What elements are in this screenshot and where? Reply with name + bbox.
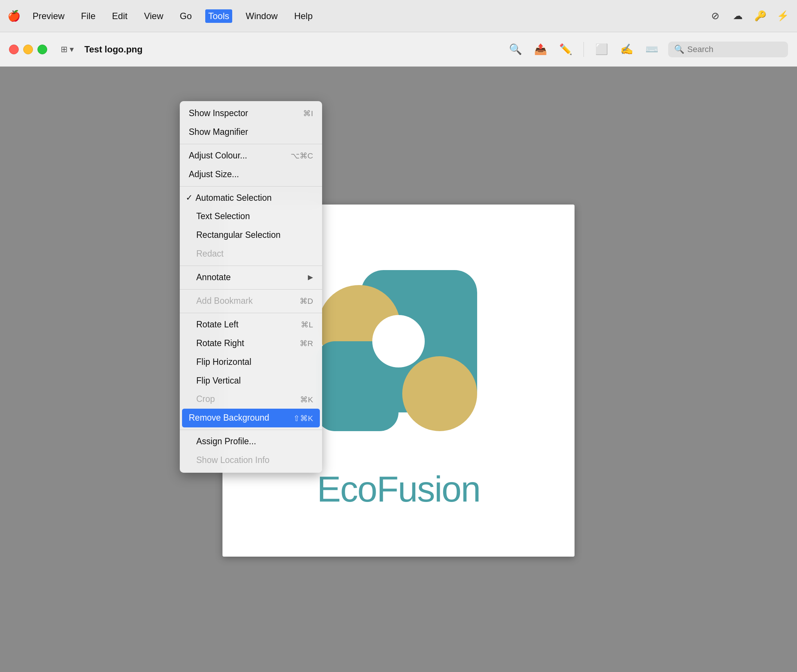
menu-item-adjust-size[interactable]: Adjust Size...: [180, 165, 322, 184]
logo-svg: [294, 251, 503, 461]
zoom-out-button[interactable]: 🔍: [507, 41, 524, 58]
shortcut-rotate-right: ⌘R: [300, 338, 313, 348]
no-disturb-icon: ⊘: [709, 10, 722, 22]
share-button[interactable]: 📤: [532, 41, 549, 58]
menu-item-flip-vertical[interactable]: Flip Vertical: [180, 371, 322, 390]
menu-view[interactable]: View: [141, 10, 166, 23]
minimize-button[interactable]: [23, 45, 33, 54]
menu-item-adjust-colour[interactable]: Adjust Colour... ⌥⌘C: [180, 146, 322, 165]
shortcut-crop: ⌘K: [300, 394, 313, 405]
close-button[interactable]: [9, 45, 19, 54]
menu-separator-4: [180, 289, 322, 290]
menu-go[interactable]: Go: [177, 10, 195, 23]
time-machine-icon: ☁: [731, 10, 744, 22]
menu-help[interactable]: Help: [291, 10, 315, 23]
brand-name: EcoFusion: [317, 469, 480, 510]
menu-separator-5: [180, 313, 322, 313]
sidebar-toggle-icon[interactable]: ⊞ ▾: [61, 45, 74, 54]
svg-point-3: [402, 356, 477, 431]
menu-item-text-selection[interactable]: Text Selection: [180, 207, 322, 226]
signature-button[interactable]: ⌨️: [643, 41, 661, 58]
menu-tools[interactable]: Tools: [205, 10, 232, 23]
main-content: EcoFusion Show Inspector ⌘I Show Magnifi…: [0, 67, 797, 672]
menu-separator-2: [180, 186, 322, 187]
menu-bar: 🍎 Preview File Edit View Go Tools Window…: [0, 0, 797, 32]
toolbar-divider-1: [583, 42, 584, 57]
menu-separator-6: [180, 430, 322, 430]
menu-item-assign-profile[interactable]: Assign Profile...: [180, 432, 322, 451]
menu-preview[interactable]: Preview: [30, 10, 67, 23]
menu-item-automatic-selection[interactable]: ✓ Automatic Selection: [180, 189, 322, 208]
search-input[interactable]: [687, 45, 782, 54]
search-icon: 🔍: [674, 45, 684, 54]
menu-file[interactable]: File: [78, 10, 99, 23]
shortcut-remove-background: ⇧⌘K: [293, 413, 313, 423]
menu-item-show-magnifier[interactable]: Show Magnifier: [180, 123, 322, 142]
window-title: Test logo.png: [84, 44, 143, 55]
toolbar: ⊞ ▾ Test logo.png 🔍 📤 ✏️ ⬜ ✍️ ⌨️ 🔍: [0, 32, 797, 67]
shortcut-show-inspector: ⌘I: [303, 108, 313, 118]
menu-item-redact[interactable]: Redact: [180, 245, 322, 263]
search-box[interactable]: 🔍: [668, 42, 788, 57]
window-controls: [9, 45, 47, 54]
menu-item-crop[interactable]: Crop ⌘K: [180, 390, 322, 409]
password-icon: 🔑: [754, 10, 767, 22]
submenu-arrow-icon: ▶: [308, 273, 313, 282]
shortcut-adjust-colour: ⌥⌘C: [291, 150, 313, 161]
vite-icon: ⚡: [776, 10, 789, 22]
menu-item-annotate[interactable]: Annotate ▶: [180, 268, 322, 287]
menu-item-rectangular-selection[interactable]: Rectangular Selection: [180, 226, 322, 245]
menu-item-show-location-info[interactable]: Show Location Info: [180, 451, 322, 470]
menu-separator-3: [180, 266, 322, 266]
tools-dropdown-menu: Show Inspector ⌘I Show Magnifier Adjust …: [180, 101, 322, 473]
menu-item-flip-horizontal[interactable]: Flip Horizontal: [180, 353, 322, 371]
shortcut-add-bookmark: ⌘D: [300, 296, 313, 306]
menu-item-add-bookmark[interactable]: Add Bookmark ⌘D: [180, 292, 322, 310]
menu-window[interactable]: Window: [243, 10, 281, 23]
rectangle-button[interactable]: ⬜: [593, 41, 610, 58]
shortcut-rotate-left: ⌘L: [301, 320, 313, 330]
checkmark-icon: ✓: [186, 192, 193, 203]
svg-point-4: [372, 315, 425, 368]
menu-item-rotate-right[interactable]: Rotate Right ⌘R: [180, 334, 322, 353]
menubar-system-icons: ⊘ ☁ 🔑 ⚡: [709, 10, 789, 22]
menu-separator-1: [180, 144, 322, 144]
markup-button[interactable]: ✏️: [557, 41, 575, 58]
annotate-button[interactable]: ✍️: [618, 41, 636, 58]
maximize-button[interactable]: [37, 45, 47, 54]
apple-menu-icon[interactable]: 🍎: [8, 10, 21, 22]
menu-item-rotate-left[interactable]: Rotate Left ⌘L: [180, 315, 322, 334]
menu-item-show-inspector[interactable]: Show Inspector ⌘I: [180, 104, 322, 123]
menu-item-remove-background[interactable]: Remove Background ⇧⌘K: [182, 409, 320, 427]
menu-edit[interactable]: Edit: [109, 10, 130, 23]
